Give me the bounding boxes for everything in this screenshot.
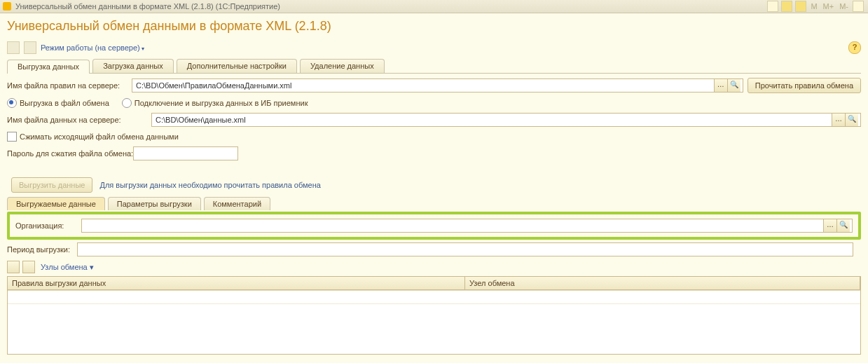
subtab-comment[interactable]: Комментарий bbox=[204, 197, 270, 210]
data-file-browse-button[interactable]: … bbox=[832, 114, 845, 126]
tool-icon-1[interactable] bbox=[7, 41, 20, 54]
period-field[interactable] bbox=[77, 242, 853, 256]
rules-file-search-button[interactable]: 🔍 bbox=[727, 79, 740, 92]
data-file-search-button[interactable]: 🔍 bbox=[845, 114, 858, 126]
radio-export-file-label: Выгрузка в файл обмена bbox=[20, 99, 109, 107]
data-file-field[interactable]: … 🔍 bbox=[151, 113, 861, 127]
help-icon[interactable]: ? bbox=[848, 41, 861, 54]
table-row bbox=[8, 291, 860, 304]
exchange-nodes-label: Узлы обмена bbox=[41, 263, 88, 271]
toolbar-icon-1[interactable] bbox=[767, 1, 778, 12]
organization-field[interactable]: … 🔍 bbox=[81, 219, 853, 233]
rules-file-input[interactable] bbox=[135, 81, 714, 90]
read-rules-button[interactable]: Прочитать правила обмена bbox=[748, 78, 861, 93]
work-mode-label: Режим работы (на сервере) bbox=[41, 43, 140, 52]
rules-file-field[interactable]: … 🔍 bbox=[132, 78, 743, 93]
work-mode-dropdown[interactable]: Режим работы (на сервере)▾ bbox=[41, 43, 144, 52]
rules-grid: Правила выгрузки данных Узел обмена bbox=[7, 276, 861, 355]
radio-export-ib-label: Подключение и выгрузка данных в ИБ прием… bbox=[135, 99, 308, 107]
password-field[interactable] bbox=[133, 146, 238, 160]
period-input[interactable] bbox=[80, 245, 850, 254]
export-button[interactable]: Выгрузить данные bbox=[11, 177, 92, 193]
sub-tabs: Выгружаемые данные Параметры выгрузки Ко… bbox=[7, 197, 861, 210]
memory-mplus[interactable]: M+ bbox=[823, 2, 834, 11]
export-hint: Для выгрузки данных необходимо прочитать… bbox=[99, 181, 320, 189]
subtab-params[interactable]: Параметры выгрузки bbox=[108, 197, 201, 210]
window-restore-icon[interactable] bbox=[853, 1, 864, 12]
period-label: Период выгрузки: bbox=[7, 245, 77, 254]
organization-highlight-frame: Организация: … 🔍 bbox=[7, 212, 861, 240]
exchange-nodes-dropdown[interactable]: Узлы обмена ▾ bbox=[41, 263, 94, 272]
tab-delete[interactable]: Удаление данных bbox=[300, 59, 385, 73]
main-tabs: Выгрузка данных Загрузка данных Дополнит… bbox=[7, 59, 861, 74]
radio-export-ib[interactable] bbox=[122, 98, 132, 108]
window-titlebar: Универсальный обмен данными в формате XM… bbox=[0, 0, 868, 13]
password-input[interactable] bbox=[136, 149, 235, 158]
app-icon bbox=[3, 2, 11, 11]
organization-search-button[interactable]: 🔍 bbox=[836, 219, 850, 232]
window-title: Универсальный обмен данными в формате XM… bbox=[15, 2, 280, 11]
radio-export-file[interactable] bbox=[7, 98, 17, 108]
page-title: Универсальный обмен данными в формате XM… bbox=[7, 19, 861, 34]
grid-tool-icon-1[interactable] bbox=[7, 261, 20, 273]
grid-tool-icon-2[interactable] bbox=[22, 261, 35, 273]
grid-col-node[interactable]: Узел обмена bbox=[465, 277, 860, 289]
rules-file-label: Имя файла правил на сервере: bbox=[7, 81, 132, 90]
chevron-down-icon: ▾ bbox=[90, 263, 94, 271]
toolbar-icon-2[interactable] bbox=[781, 1, 792, 12]
tab-import[interactable]: Загрузка данных bbox=[92, 59, 174, 73]
compress-checkbox[interactable] bbox=[7, 132, 17, 142]
subtab-exported-data[interactable]: Выгружаемые данные bbox=[7, 197, 105, 210]
chevron-down-icon: ▾ bbox=[142, 46, 144, 52]
tool-icon-2[interactable] bbox=[24, 41, 36, 54]
organization-label: Организация: bbox=[15, 221, 81, 230]
memory-m[interactable]: M bbox=[811, 2, 817, 11]
toolbar-icon-3[interactable] bbox=[795, 1, 806, 12]
grid-header: Правила выгрузки данных Узел обмена bbox=[8, 277, 860, 290]
memory-mminus[interactable]: M- bbox=[839, 2, 848, 11]
tab-settings[interactable]: Дополнительные настройки bbox=[177, 59, 297, 73]
rules-file-browse-button[interactable]: … bbox=[714, 79, 727, 92]
data-file-label: Имя файла данных на сервере: bbox=[7, 116, 132, 124]
password-label: Пароль для сжатия файла обмена: bbox=[7, 149, 133, 158]
organization-input[interactable] bbox=[84, 221, 823, 231]
compress-label: Сжимать исходящий файл обмена данными bbox=[20, 132, 179, 141]
data-file-input[interactable] bbox=[154, 115, 832, 125]
tab-export[interactable]: Выгрузка данных bbox=[7, 60, 90, 74]
grid-body[interactable] bbox=[8, 290, 860, 354]
grid-col-rules[interactable]: Правила выгрузки данных bbox=[8, 277, 465, 289]
organization-browse-button[interactable]: … bbox=[823, 219, 836, 232]
